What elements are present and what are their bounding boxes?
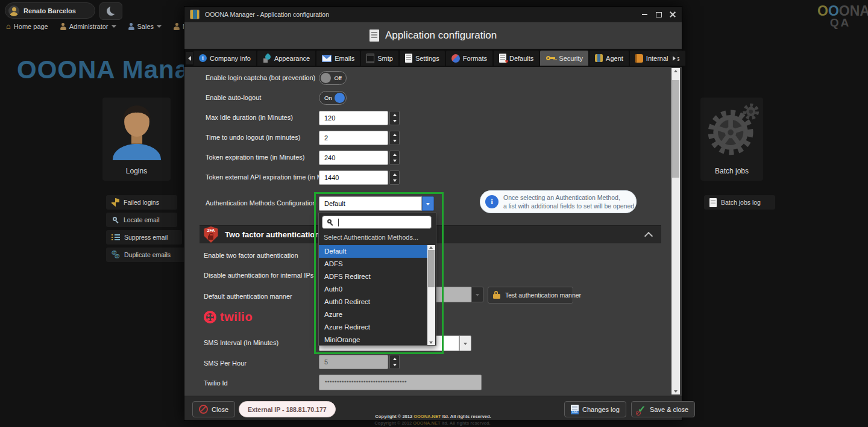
scroll-down-icon (674, 390, 678, 393)
dropdown-item-auth0-redirect[interactable]: Auth0 Redirect (319, 296, 428, 308)
token-api-exp-input[interactable]: 1440 (319, 170, 388, 185)
minimize-icon (642, 14, 647, 15)
sms-per-hour-label: SMS Per Hour (204, 360, 247, 367)
people-icon (128, 23, 134, 30)
spinner-buttons[interactable] (389, 131, 400, 145)
book-icon (635, 54, 643, 63)
test-authentication-manner-button[interactable]: Test authentication manner (488, 287, 573, 304)
sms-per-hour-input[interactable]: 5 (319, 355, 388, 369)
auto-logout-label: Enable auto-logout (206, 94, 261, 101)
tab-company-info[interactable]: i Company info (193, 51, 256, 66)
logins-card[interactable]: Logins (102, 98, 171, 181)
arrow-right-icon (673, 56, 676, 61)
background-copyright: Copyright © 2012 OOONA.NET ltd. All righ… (184, 420, 681, 426)
caret-down-icon (112, 25, 116, 28)
combo-dropdown-button[interactable] (422, 196, 434, 211)
person-illustration (107, 100, 167, 160)
spin-down-icon (393, 140, 397, 142)
tab-agent[interactable]: Agent (590, 51, 629, 66)
dropdown-scrollbar[interactable] (427, 245, 435, 345)
sidebar-item-locate-email[interactable]: Locate email (106, 213, 177, 227)
arrow-left-icon (188, 56, 191, 61)
lock-icon (493, 291, 501, 299)
content-scrollbar[interactable] (671, 68, 680, 394)
spinner-buttons[interactable] (389, 151, 400, 165)
caret-down-icon (476, 294, 479, 296)
max-idle-input[interactable]: 120 (319, 111, 388, 125)
dropdown-item-auth0[interactable]: Auth0 (319, 283, 428, 296)
scrollbar-thumb[interactable] (428, 250, 435, 287)
tabs-scroll-right[interactable] (670, 52, 678, 64)
nav-administrator[interactable]: Administrator (60, 23, 116, 30)
toggle-knob (335, 93, 345, 103)
no-entry-icon (199, 405, 208, 414)
scrollbar-thumb[interactable] (672, 80, 679, 178)
tab-security[interactable]: Security (540, 51, 588, 66)
twofa-section-title: Two factor authentication (225, 230, 319, 239)
dropdown-item-miniorange[interactable]: MiniOrange (319, 334, 428, 346)
toggle-knob (321, 73, 331, 83)
max-idle-label: Max Idle duration (in Minutes) (206, 114, 293, 121)
sms-interval-label: SMS Interval (In Minutes) (204, 339, 278, 346)
tab-emails[interactable]: Emails (316, 51, 360, 66)
dropdown-search-input[interactable] (322, 216, 432, 229)
token-exp-label: Token expiration time (in Minutes) (206, 154, 304, 161)
dropdown-item-azure-redirect[interactable]: Azure Redirect (319, 321, 428, 334)
tab-defaults[interactable]: ♥ Defaults (494, 51, 539, 66)
dropdown-list: Default ADFS ADFS Redirect Auth0 Auth0 R… (319, 245, 428, 346)
caret-down-icon (426, 203, 430, 205)
token-exp-input[interactable]: 240 (319, 151, 388, 165)
page-title: Application configuration (385, 30, 497, 42)
collapse-chevron-icon[interactable] (644, 232, 653, 240)
auth-methods-value[interactable]: Default (319, 196, 422, 211)
auth-methods-dropdown: Select Authentication Methods... Default… (318, 213, 436, 346)
current-user-chip[interactable]: Renato Barcelos (5, 2, 95, 19)
default-auth-manner-label: Default authentication manner (204, 293, 292, 300)
combo-dropdown-button[interactable] (471, 287, 483, 302)
sidebar-item-suppress-email[interactable]: Suppress email (106, 230, 182, 245)
tab-appearance[interactable]: Appearance (257, 51, 315, 66)
tab-formats[interactable]: Formats (446, 51, 492, 66)
sidebar-item-batch-jobs-log[interactable]: Batch jobs log (704, 195, 775, 210)
window-titlebar[interactable]: OOONA Manager - Application configuratio… (184, 7, 682, 22)
scroll-up-icon (674, 70, 678, 72)
nav-home-page[interactable]: ⌂ Home page (6, 22, 48, 30)
undo-logout-label: Time to undo logout (in minutes) (206, 134, 300, 141)
spin-up-icon (393, 358, 397, 360)
batch-jobs-card[interactable]: Batch jobs (700, 98, 763, 181)
spinner-buttons[interactable] (389, 111, 400, 125)
info-icon: i (485, 195, 498, 208)
dropdown-item-adfs-redirect[interactable]: ADFS Redirect (319, 270, 428, 283)
gears-illustration (703, 100, 761, 160)
sidebar-item-failed-logins[interactable]: Failed logins (106, 195, 177, 210)
globe-icon (451, 54, 460, 63)
dropdown-item-adfs[interactable]: ADFS (319, 258, 428, 270)
dropdown-item-default[interactable]: Default (319, 245, 428, 258)
spinner-buttons[interactable] (389, 355, 400, 369)
agent-icon (595, 54, 603, 62)
envelope-icon (322, 55, 332, 62)
tab-settings[interactable]: Settings (400, 51, 445, 66)
combo-dropdown-button[interactable] (459, 335, 471, 351)
auto-logout-toggle[interactable]: On (319, 91, 347, 105)
close-icon (670, 11, 676, 17)
spinner-buttons[interactable] (389, 170, 400, 185)
tab-smtp[interactable]: Smtp (361, 51, 398, 66)
app-icon (190, 10, 200, 19)
maximize-button[interactable] (652, 10, 665, 19)
nav-sales[interactable]: Sales (128, 23, 162, 30)
dark-mode-button[interactable] (99, 2, 122, 20)
undo-logout-input[interactable]: 2 (319, 131, 388, 145)
tabs-scroll-left[interactable] (186, 52, 193, 64)
twilio-logo: twilio (204, 310, 253, 324)
dropdown-hint: Select Authentication Methods... (324, 234, 418, 241)
close-window-button[interactable] (666, 10, 679, 19)
minimize-button[interactable] (638, 10, 651, 19)
twilio-id-input[interactable]: ********************************** (319, 375, 482, 390)
application-configuration-window: OOONA Manager - Application configuratio… (184, 6, 682, 421)
text-cursor (338, 219, 339, 226)
sidebar-item-duplicate-emails[interactable]: Duplicate emails (106, 248, 186, 262)
security-settings-panel: Enable login captcha (bot prevention) Of… (184, 67, 682, 396)
dropdown-item-azure[interactable]: Azure (319, 308, 428, 321)
captcha-toggle[interactable]: Off (319, 71, 347, 85)
